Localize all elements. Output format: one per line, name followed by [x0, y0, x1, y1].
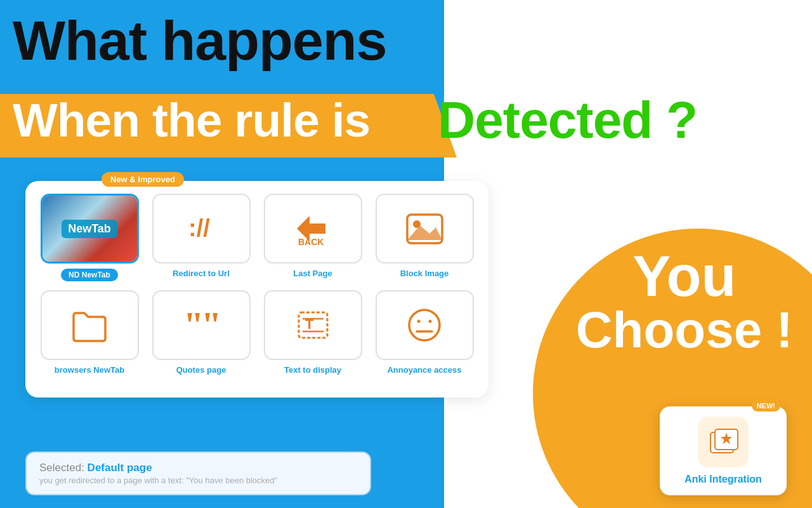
anki-icon	[707, 426, 739, 458]
option-quotes-label: Quotes page	[176, 365, 226, 375]
option-redirect-box[interactable]: ://	[152, 194, 251, 264]
svg-text:BACK: BACK	[298, 237, 324, 247]
you-choose-section: You Choose !	[576, 248, 793, 356]
main-options-panel: New & Improved NewTab ND NewTab :// R	[25, 181, 488, 398]
option-blockimage-label: Block Image	[400, 269, 449, 278]
new-improved-badge: New & Improved	[102, 172, 184, 187]
option-lastpage-box[interactable]: BACK	[264, 194, 362, 264]
option-newtab-cell[interactable]: NewTab ND NewTab	[38, 194, 141, 281]
option-lastpage-label: Last Page	[293, 269, 332, 278]
option-redirect-label: Redirect to Url	[173, 269, 230, 278]
option-quotes-cell[interactable]: " " Quotes page	[150, 290, 252, 375]
svg-marker-5	[407, 225, 442, 240]
svg-point-12	[409, 310, 440, 340]
headline-line1: What happens	[13, 13, 386, 69]
option-browsernewtab-cell[interactable]: browsers NewTab	[38, 290, 141, 375]
option-browsernewtab-box[interactable]	[41, 290, 139, 360]
anki-label: Anki Integration	[684, 474, 762, 485]
anki-new-badge: NEW!	[752, 400, 780, 411]
quotes-icon: " "	[181, 308, 222, 343]
options-grid: NewTab ND NewTab :// Redirect to Url	[38, 194, 476, 375]
newtab-background: NewTab	[43, 196, 137, 262]
url-icon: ://	[182, 210, 220, 248]
folder-icon	[70, 308, 108, 343]
status-selected: Selected: Default page	[39, 462, 357, 474]
back-icon: BACK	[291, 210, 335, 248]
newtab-box[interactable]: NewTab	[41, 194, 139, 264]
option-lastpage-cell[interactable]: BACK Last Page	[261, 194, 364, 281]
you-text: You	[576, 248, 793, 305]
option-text-box[interactable]: T	[264, 290, 362, 360]
option-annoyance-cell[interactable]: Annoyance access	[373, 290, 476, 375]
status-bar: Selected: Default page you get redirecte…	[25, 451, 371, 495]
anki-icon-box	[698, 417, 749, 467]
option-annoyance-label: Annoyance access	[387, 365, 461, 375]
content-layer: What happens When the rule is Detected ?…	[0, 0, 812, 508]
status-description: you get redirected to a page with a text…	[39, 476, 357, 485]
option-quotes-box[interactable]: " "	[152, 290, 251, 360]
image-icon	[404, 211, 445, 246]
svg-point-13	[417, 320, 421, 323]
nd-newtab-badge: ND NewTab	[61, 269, 118, 281]
svg-point-14	[429, 320, 432, 323]
choose-text: Choose !	[576, 305, 793, 356]
headline-line2-right: Detected ?	[438, 94, 697, 146]
headline-line2-left: When the rule is	[13, 97, 370, 144]
option-annoyance-box[interactable]	[376, 290, 474, 360]
status-value: Default page	[88, 462, 152, 474]
option-redirect-cell[interactable]: :// Redirect to Url	[150, 194, 252, 281]
option-blockimage-box[interactable]	[376, 194, 474, 264]
emoji-icon	[405, 306, 443, 344]
option-browsernewtab-label: browsers NewTab	[55, 365, 124, 375]
svg-text:": "	[201, 308, 221, 343]
anki-integration-card[interactable]: NEW! Anki Integration	[660, 406, 787, 495]
option-text-label: Text to display	[284, 365, 341, 375]
status-prefix: Selected:	[39, 462, 88, 474]
option-blockimage-cell[interactable]: Block Image	[373, 194, 476, 281]
svg-text:://: ://	[188, 215, 210, 241]
option-text-cell[interactable]: T Text to display	[261, 290, 364, 375]
text-icon: T	[292, 306, 334, 344]
newtab-inner-label: NewTab	[62, 220, 117, 238]
